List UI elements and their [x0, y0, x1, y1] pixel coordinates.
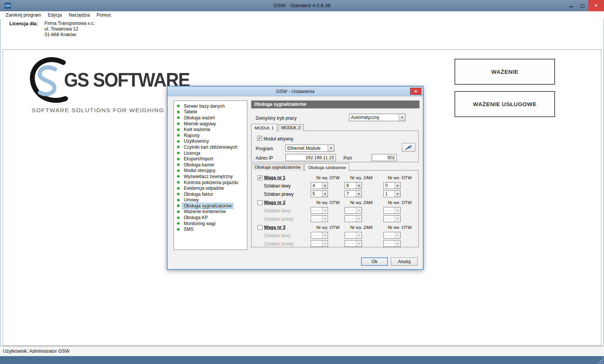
resize-grip[interactable] [598, 358, 603, 363]
dialog-title: GSW - Ustawienia [168, 87, 423, 96]
tab-obsluga-sygnalizatorow[interactable]: Obsługa sygnalizatorów [251, 164, 304, 171]
column-header: Nr wy. OTW [316, 175, 340, 180]
category-wazenie-kontenerow[interactable]: Ważenie kontenerów [174, 209, 247, 215]
waga3-lewy-otw-select[interactable]: - - -▼ [311, 232, 328, 239]
waga2-checkbox[interactable] [258, 200, 262, 205]
bullet-icon [177, 140, 180, 143]
waga3-checkbox[interactable] [258, 225, 262, 230]
waga1-lewy-zam-select[interactable]: 6▼ [345, 182, 362, 189]
close-button[interactable]: × [588, 0, 604, 11]
wazenie-button[interactable]: WAŻENIE [455, 59, 555, 85]
waga2-lewy-zam-select[interactable]: - - -▼ [345, 207, 362, 214]
waga1-prawy-zam-select[interactable]: 7▼ [345, 190, 362, 197]
ok-button[interactable]: Ok [361, 257, 388, 266]
port-field[interactable] [372, 154, 397, 161]
waga2-lewy-otw-select[interactable]: - - -▼ [311, 207, 328, 214]
default-mode-select[interactable]: Automatyczny ▼ [349, 114, 406, 121]
minimize-button[interactable] [566, 0, 577, 11]
select-value: 5 [313, 191, 315, 196]
category-eksport-import[interactable]: Eksport/Import [174, 156, 247, 162]
chevron-down-icon: ▼ [395, 232, 400, 238]
column-header: Nr wy. OTW [316, 225, 340, 230]
column-header: Nr wy. ZAM [350, 225, 372, 230]
waga3-lewy-zam-select[interactable]: - - -▼ [345, 232, 362, 239]
waga3-prawy-zam-select[interactable]: - - -▼ [345, 240, 362, 247]
select-value: - - - [346, 216, 354, 221]
category-wyswietlacz-zewnetrzny[interactable]: Wyświetlacz zewnętrzny [174, 174, 247, 180]
select-value: - - - [385, 208, 392, 213]
waga1-lewy-otw-select[interactable]: 4▼ [311, 182, 328, 189]
waga1-prawy-we-select[interactable]: 1▼ [383, 190, 401, 197]
settings-dialog: GSW - Ustawienia × Serwer bazy danych Ta… [167, 86, 424, 270]
waga1-prawy-otw-select[interactable]: 5▼ [311, 190, 328, 197]
category-modul-sterujacy[interactable]: Moduł sterujący [174, 168, 247, 174]
waga2-prawy-zam-select[interactable]: - - -▼ [345, 215, 362, 222]
category-label: Licencja [182, 150, 202, 156]
waga3-prawy-otw-select[interactable]: - - -▼ [311, 240, 328, 247]
waga2-prawy-otw-select[interactable]: - - -▼ [311, 215, 328, 222]
category-obsluga-kamer[interactable]: Obsługa kamer [174, 162, 247, 168]
chevron-down-icon: ▼ [356, 207, 361, 213]
category-obsluga-wazen[interactable]: Obsługa ważeń [174, 115, 247, 121]
cancel-button[interactable]: Anuluj [391, 257, 418, 266]
menu-zamknij-program[interactable]: Zamknij program [2, 11, 44, 19]
program-value: Ethernet Module [287, 146, 320, 151]
category-obsluga-faktur[interactable]: Obsługa faktur [174, 191, 247, 197]
select-value: 6 [346, 183, 349, 188]
tab-modul-2[interactable]: MODUŁ 2 [278, 124, 304, 131]
select-value: - - - [385, 233, 392, 238]
chevron-down-icon: ▼ [322, 232, 328, 238]
category-label: Kwit ważenia [182, 126, 212, 133]
sub-tabstrip: Obsługa sygnalizatorów Obsługa szlabanów [251, 163, 350, 171]
category-serwer-bazy-danych[interactable]: Serwer bazy danych [174, 103, 247, 109]
maximize-icon [581, 4, 584, 8]
category-tabele[interactable]: Tabele [174, 109, 247, 115]
module-active-checkbox[interactable] [257, 136, 262, 141]
barriers-page: Waga nr 1 Nr wy. OTW Nr wy. ZAM Nr we. O… [251, 170, 419, 247]
ip-address-field[interactable] [285, 154, 336, 161]
waga3-prawy-we-select[interactable]: - - -▼ [383, 240, 401, 247]
category-licencja[interactable]: Licencja [174, 150, 247, 156]
category-kontrola-polozenia[interactable]: Kontrola położenia pojazdu [174, 180, 247, 186]
category-sms[interactable]: SMS [174, 226, 247, 232]
bullet-icon [177, 228, 180, 231]
bullet-icon [177, 187, 180, 190]
chevron-down-icon: ▼ [322, 241, 328, 247]
bullet-icon [177, 169, 180, 172]
menu-pomoc[interactable]: Pomoc [93, 11, 115, 19]
column-header: Nr wy. ZAM [350, 200, 372, 205]
category-uzytkownicy[interactable]: Użytkownicy [174, 139, 247, 145]
category-ewidencja-odpadow[interactable]: Ewidencja odpadów [174, 185, 247, 191]
tab-modul-1[interactable]: MODUŁ 1 [251, 124, 277, 131]
program-select[interactable]: Ethernet Module ▼ [285, 145, 334, 152]
menu-edycja[interactable]: Edycja [44, 11, 66, 19]
category-umowy[interactable]: Umowy [174, 197, 247, 203]
wazenie-uslugowe-button[interactable]: WAŻENIE USŁUGOWE [455, 91, 555, 117]
bullet-icon [177, 222, 180, 225]
waga1-lewy-we-select[interactable]: 0▼ [383, 182, 401, 189]
category-czytniki-kart[interactable]: Czytniki kart zbliżeniowych [174, 144, 247, 150]
menu-narzedzia[interactable]: Narzędzia [65, 11, 93, 19]
dialog-close-button[interactable]: × [410, 88, 421, 95]
column-header: Nr we. OTW [388, 225, 412, 230]
category-obsluga-kp[interactable]: Obsługa KP [174, 215, 247, 221]
chevron-down-icon: ▼ [356, 191, 361, 197]
category-miernik-wagowy[interactable]: Miernik wagowy [174, 121, 247, 127]
chevron-down-icon: ▼ [395, 241, 400, 247]
category-raporty[interactable]: Raporty [174, 133, 247, 139]
waga2-lewy-we-select[interactable]: - - -▼ [383, 207, 401, 214]
category-obsluga-sygnalizatorow[interactable]: Obsługa sygnalizatorów [174, 203, 247, 209]
bullet-icon [177, 181, 180, 184]
waga2-prawy-we-select[interactable]: - - -▼ [383, 215, 401, 222]
window-title: GSW - Standard 4.0.8.38 [0, 0, 604, 11]
status-user: Użytkownik: Administrator GSW [3, 349, 69, 354]
waga1-checkbox[interactable] [258, 175, 262, 180]
category-kwit-wazenia[interactable]: Kwit ważenia [174, 126, 247, 133]
category-monitoring-wagi[interactable]: Monitoring wagi [174, 221, 247, 227]
test-connection-button[interactable] [402, 143, 415, 152]
waga3-lewy-we-select[interactable]: - - -▼ [383, 232, 401, 239]
column-header: Nr we. OTW [388, 200, 412, 205]
category-label: Obsługa kamer [182, 162, 216, 168]
tab-obsluga-szlabanow[interactable]: Obsługa szlabanów [305, 163, 349, 171]
maximize-button[interactable] [577, 0, 588, 11]
